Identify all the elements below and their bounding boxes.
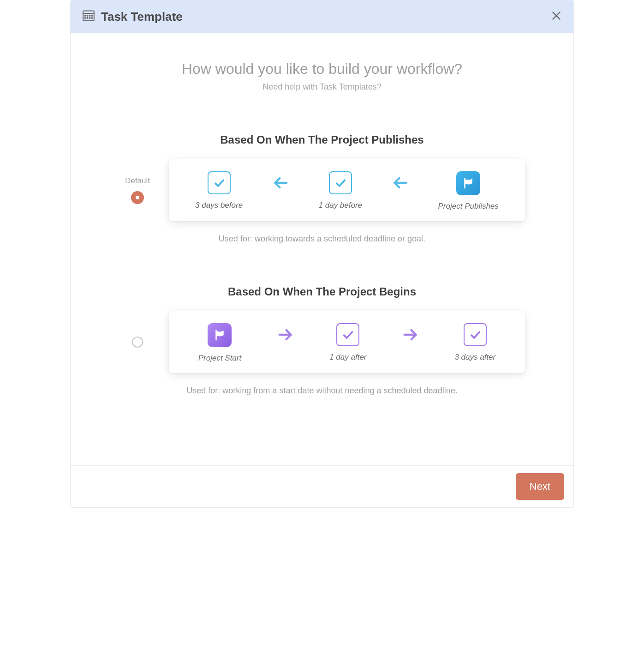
option-publish-radio-col: Default: [119, 176, 156, 204]
arrow-right-icon: [276, 323, 295, 346]
dialog-title: Task Template: [101, 10, 183, 24]
check-icon: [329, 171, 352, 194]
close-icon[interactable]: [550, 10, 562, 24]
begin-step-label: Project Start: [198, 354, 242, 363]
option-begin-row: Project Start 1 day after: [119, 311, 525, 373]
main-heading: How would you like to build your workflo…: [182, 60, 462, 78]
option-publish-title: Based On When The Project Publishes: [119, 133, 525, 146]
publish-step-label: 1 day before: [319, 201, 363, 210]
publish-step-label: Project Publishes: [438, 202, 499, 211]
svg-point-4: [89, 15, 90, 16]
svg-point-5: [92, 15, 93, 16]
svg-point-9: [92, 18, 93, 18]
option-publish: Based On When The Project Publishes Defa…: [119, 133, 525, 244]
arrow-left-icon: [271, 171, 290, 194]
begin-step-project-start: Project Start: [198, 323, 242, 363]
help-link[interactable]: Need help with Task Templates?: [262, 82, 381, 92]
publish-step-1-day-before: 1 day before: [319, 171, 363, 210]
check-icon: [336, 323, 359, 346]
option-begin-card[interactable]: Project Start 1 day after: [169, 311, 525, 373]
dialog-header: Task Template: [71, 0, 573, 33]
check-icon: [208, 171, 231, 194]
flag-icon: [208, 323, 232, 347]
svg-point-8: [89, 18, 90, 18]
option-publish-row: Default 3 days before: [119, 159, 525, 221]
option-begin-radio-col: [119, 337, 156, 348]
svg-point-6: [85, 18, 86, 18]
begin-step-label: 1 day after: [329, 353, 366, 362]
option-begin-desc: Used for: working from a start date with…: [119, 386, 525, 396]
option-begin: Based On When The Project Begins Project…: [119, 285, 525, 396]
begin-step-1-day-after: 1 day after: [329, 323, 366, 362]
publish-step-label: 3 days before: [195, 201, 243, 210]
arrow-left-icon: [391, 171, 409, 194]
begin-step-3-days-after: 3 days after: [454, 323, 495, 362]
publish-step-3-days-before: 3 days before: [195, 171, 243, 210]
option-publish-card[interactable]: 3 days before 1 day before: [169, 159, 525, 221]
template-icon: [82, 9, 95, 24]
next-button[interactable]: Next: [516, 473, 564, 500]
svg-point-7: [87, 18, 88, 18]
begin-step-label: 3 days after: [454, 353, 495, 362]
check-icon: [464, 323, 487, 346]
option-publish-desc: Used for: working towards a scheduled de…: [119, 234, 525, 244]
header-left: Task Template: [82, 9, 183, 24]
default-label: Default: [125, 176, 150, 186]
option-begin-radio[interactable]: [132, 337, 143, 348]
publish-step-project-publishes: Project Publishes: [438, 171, 499, 211]
radio-dot-icon: [136, 196, 139, 199]
option-publish-radio[interactable]: [131, 191, 144, 204]
option-begin-title: Based On When The Project Begins: [119, 285, 525, 298]
dialog-content: How would you like to build your workflo…: [71, 33, 573, 465]
svg-point-3: [87, 15, 88, 16]
flag-icon: [456, 171, 480, 195]
svg-point-2: [85, 15, 86, 16]
dialog-footer: Next: [71, 465, 573, 507]
arrow-right-icon: [401, 323, 420, 346]
